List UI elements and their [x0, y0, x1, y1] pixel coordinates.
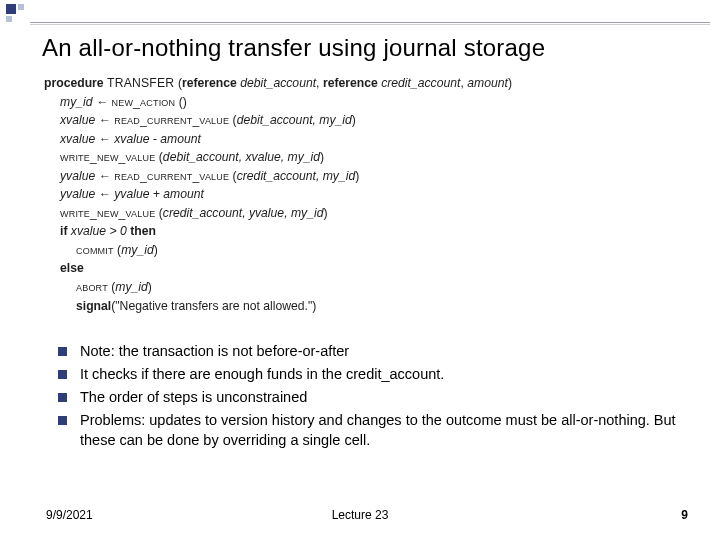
corner-decoration	[6, 4, 28, 20]
list-item: Problems: updates to version history and…	[58, 411, 684, 449]
code-line: abort (my_id)	[44, 278, 680, 297]
square-bullet-icon	[58, 347, 67, 356]
list-item: Note: the transaction is not before-or-a…	[58, 342, 684, 361]
code-line: write_new_value (debit_account, xvalue, …	[44, 148, 680, 167]
list-item-text: Note: the transaction is not before-or-a…	[80, 343, 349, 359]
list-item-text: The order of steps is unconstrained	[80, 389, 307, 405]
list-item-text: It checks if there are enough funds in t…	[80, 366, 444, 382]
code-line: my_id ← new_action ()	[44, 93, 680, 112]
code-line: procedure TRANSFER (reference debit_acco…	[44, 74, 680, 93]
code-line: signal("Negative transfers are not allow…	[44, 297, 680, 316]
list-item: The order of steps is unconstrained	[58, 388, 684, 407]
footer-page-number: 9	[681, 508, 688, 522]
square-bullet-icon	[58, 370, 67, 379]
code-line: yvalue ← yvalue + amount	[44, 185, 680, 204]
code-line: yvalue ← read_current_value (credit_acco…	[44, 167, 680, 186]
footer-center: Lecture 23	[0, 508, 720, 522]
rule-top-2	[30, 24, 710, 25]
code-line: else	[44, 259, 680, 278]
code-line: write_new_value (credit_account, yvalue,…	[44, 204, 680, 223]
code-line: if xvalue > 0 then	[44, 222, 680, 241]
list-item: It checks if there are enough funds in t…	[58, 365, 684, 384]
square-bullet-icon	[58, 393, 67, 402]
slide-title: An all-or-nothing transfer using journal…	[42, 34, 545, 62]
code-line: xvalue ← read_current_value (debit_accou…	[44, 111, 680, 130]
notes-list: Note: the transaction is not before-or-a…	[58, 342, 684, 454]
rule-top	[30, 22, 710, 23]
list-item-text: Problems: updates to version history and…	[80, 412, 676, 447]
pseudocode-block: procedure TRANSFER (reference debit_acco…	[44, 74, 680, 315]
footer: 9/9/2021 Lecture 23 9	[0, 504, 720, 522]
square-bullet-icon	[58, 416, 67, 425]
slide: An all-or-nothing transfer using journal…	[0, 0, 720, 540]
code-line: commit (my_id)	[44, 241, 680, 260]
code-line: xvalue ← xvalue - amount	[44, 130, 680, 149]
